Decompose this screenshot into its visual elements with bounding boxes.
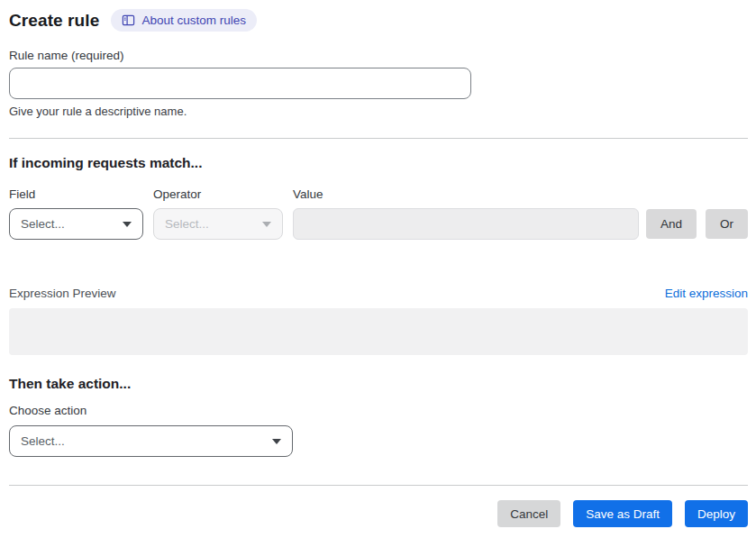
action-select[interactable]: Select...: [9, 425, 293, 457]
rule-name-input[interactable]: [9, 68, 471, 99]
save-as-draft-button[interactable]: Save as Draft: [573, 500, 672, 527]
operator-select[interactable]: Select...: [153, 208, 283, 240]
create-rule-page: Create rule About custom rules Rule name…: [0, 0, 756, 527]
expression-preview-header: Expression Preview Edit expression: [9, 287, 748, 300]
about-custom-rules-label: About custom rules: [141, 14, 246, 27]
operator-select-value: Select...: [165, 217, 209, 231]
chevron-down-icon: [272, 439, 281, 444]
footer-divider: [9, 485, 748, 486]
book-icon: [122, 14, 135, 27]
footer-actions: Cancel Save as Draft Deploy: [9, 500, 748, 527]
rule-name-help: Give your rule a descriptive name.: [9, 105, 748, 118]
chevron-down-icon: [262, 222, 271, 227]
operator-label: Operator: [153, 187, 283, 201]
or-button[interactable]: Or: [706, 209, 748, 239]
field-select-value: Select...: [21, 217, 65, 231]
operator-column: Operator Select...: [153, 187, 283, 240]
field-select[interactable]: Select...: [9, 208, 143, 240]
section-divider: [9, 138, 748, 139]
expression-preview-label: Expression Preview: [9, 287, 116, 300]
about-custom-rules-link[interactable]: About custom rules: [111, 9, 257, 32]
section-title-action: Then take action...: [9, 376, 748, 392]
cancel-button[interactable]: Cancel: [497, 500, 560, 527]
section-title-match: If incoming requests match...: [9, 155, 748, 171]
expression-preview-box: [9, 308, 748, 355]
deploy-button[interactable]: Deploy: [685, 500, 748, 527]
action-select-value: Select...: [21, 434, 65, 448]
edit-expression-link[interactable]: Edit expression: [665, 287, 748, 300]
value-input[interactable]: [293, 208, 639, 240]
rule-name-label: Rule name (required): [9, 49, 748, 62]
value-column: Value: [293, 187, 639, 240]
field-column: Field Select...: [9, 187, 143, 240]
page-title: Create rule: [9, 10, 99, 32]
value-label: Value: [293, 187, 639, 201]
condition-row: Field Select... Operator Select... Value…: [9, 187, 748, 240]
page-header: Create rule About custom rules: [9, 9, 748, 32]
chevron-down-icon: [123, 222, 132, 227]
andor-group: And Or: [646, 209, 748, 239]
choose-action-label: Choose action: [9, 404, 748, 417]
field-label: Field: [9, 187, 143, 201]
and-button[interactable]: And: [646, 209, 697, 239]
